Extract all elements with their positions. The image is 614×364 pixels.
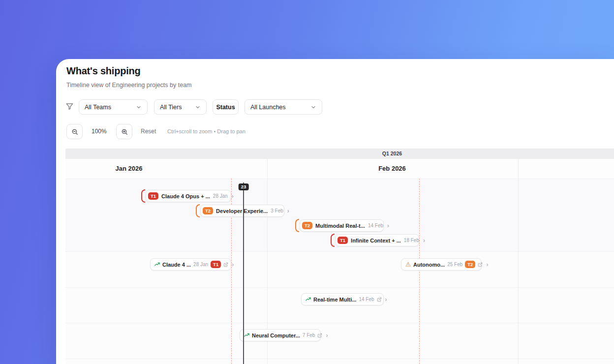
chevron-right-icon: ›	[486, 262, 488, 268]
bar-start-bracket	[295, 219, 299, 232]
zoom-level: 100%	[92, 128, 107, 135]
chevron-down-icon	[195, 104, 201, 110]
row-divider	[65, 179, 614, 179]
trending-up-icon	[244, 333, 249, 338]
chevron-right-icon: ›	[232, 193, 234, 199]
external-link-icon[interactable]	[377, 297, 382, 302]
row-divider	[65, 323, 614, 323]
whats-shipping-panel: What's shipping Timeline view of Enginee…	[56, 59, 614, 364]
row-divider	[65, 359, 614, 359]
milestone-date: 7 Feb	[303, 333, 315, 338]
warning-icon	[405, 262, 411, 267]
trending-up-icon	[306, 297, 311, 302]
external-link-icon[interactable]	[223, 262, 228, 267]
zoom-out-button[interactable]	[66, 124, 83, 139]
milestone-date: 14 Feb	[359, 297, 374, 302]
project-title: Multimodal Real-t...	[315, 223, 365, 229]
project-title: Developer Experie...	[216, 208, 268, 214]
teams-filter-value: All Teams	[85, 104, 111, 111]
chevron-right-icon: ›	[287, 208, 289, 214]
zoom-in-button[interactable]	[116, 124, 132, 139]
month-boundary-gridline	[518, 179, 519, 364]
milestone-title: Claude 4 ...	[162, 262, 191, 268]
bar-start-bracket	[196, 204, 200, 217]
tier-badge: T2	[203, 207, 213, 214]
chevron-right-icon: ›	[326, 333, 328, 338]
external-link-icon	[317, 333, 322, 338]
project-bar[interactable]: T2Developer Experie...3 Feb›	[200, 205, 284, 217]
chevron-right-icon: ›	[423, 238, 425, 243]
tier-badge: T2	[465, 261, 475, 268]
tiers-filter-dropdown[interactable]: All Tiers	[154, 99, 207, 115]
project-bar[interactable]: T1Claude 4 Opus + ...28 Jan›	[146, 190, 231, 202]
trending-up-icon	[154, 262, 160, 267]
quarter-label: Q1 2026	[382, 151, 402, 156]
project-bar[interactable]: T1Infinite Context + ...18 Feb›	[335, 234, 419, 246]
trending-up-icon	[306, 297, 311, 302]
warning-icon	[405, 262, 411, 267]
month-label: Feb 2026	[378, 165, 406, 172]
chevron-right-icon: ›	[385, 297, 387, 303]
milestone-title: Real-time Multi...	[313, 297, 356, 303]
zoom-out-icon	[71, 128, 78, 135]
timeline-grid[interactable]: T1Claude 4 Opus + ...28 Jan›T2Developer …	[65, 179, 614, 364]
milestone-pill[interactable]: Claude 4 ...28 JanT1›	[150, 258, 231, 271]
tier-badge: T1	[338, 237, 348, 244]
funnel-filter-icon	[66, 103, 73, 110]
milestone-pill[interactable]: Neural Computer...7 Feb›	[240, 329, 321, 341]
project-title: Claude 4 Opus + ...	[161, 193, 210, 199]
month-boundary-gridline	[518, 159, 519, 179]
row-divider	[65, 251, 614, 252]
month-label: Jan 2026	[116, 165, 143, 172]
quarter-header: Q1 2026	[65, 149, 614, 159]
project-date: 18 Feb	[404, 238, 419, 243]
project-bar[interactable]: T2Multimodal Real-t...14 Feb›	[300, 219, 384, 232]
trending-up-icon	[154, 262, 160, 267]
tiers-filter-value: All Tiers	[160, 104, 182, 111]
chevron-right-icon: ›	[232, 262, 234, 268]
milestone-title: Neural Computer...	[252, 333, 300, 338]
row-divider	[65, 287, 614, 288]
external-link-icon[interactable]	[478, 262, 483, 267]
milestone-date: 25 Feb	[447, 262, 462, 267]
reset-zoom-button[interactable]: Reset	[141, 128, 156, 135]
month-header-row: Jan 2026Feb 2026	[65, 159, 614, 179]
zoom-pan-hint: Ctrl+scroll to zoom • Drag to pan	[167, 128, 246, 134]
project-date: 28 Jan	[213, 193, 228, 199]
deadline-dashed-line	[419, 179, 420, 364]
chevron-down-icon	[136, 104, 142, 110]
milestone-pill[interactable]: Real-time Multi...14 Feb›	[301, 293, 384, 305]
external-link-icon[interactable]	[317, 333, 322, 338]
launches-filter-dropdown[interactable]: All Launches	[245, 99, 322, 115]
tier-badge: T1	[211, 261, 221, 268]
external-link-icon	[377, 297, 382, 302]
milestone-date: 28 Jan	[193, 262, 208, 267]
bar-start-bracket	[141, 189, 145, 203]
tier-badge: T2	[302, 222, 312, 229]
page-subtitle: Timeline view of Engineering projects by…	[66, 82, 192, 89]
page-title: What's shipping	[66, 65, 141, 77]
today-line	[243, 182, 244, 364]
zoom-in-icon	[121, 128, 128, 135]
external-link-icon	[223, 262, 228, 267]
trending-up-icon	[244, 333, 249, 338]
tier-badge: T1	[148, 192, 158, 200]
chevron-right-icon: ›	[387, 223, 389, 229]
project-date: 14 Feb	[368, 223, 383, 228]
external-link-icon	[478, 262, 483, 267]
milestone-pill[interactable]: Autonomo...25 FebT2›	[401, 258, 482, 271]
today-date-badge: 23	[239, 183, 249, 190]
app-background: What's shipping Timeline view of Enginee…	[0, 0, 614, 364]
launches-filter-value: All Launches	[250, 104, 286, 111]
project-title: Infinite Context + ...	[351, 238, 401, 243]
chevron-down-icon	[310, 104, 316, 110]
milestone-title: Autonomo...	[413, 262, 445, 268]
status-filter-button[interactable]: Status	[213, 99, 239, 115]
teams-filter-dropdown[interactable]: All Teams	[79, 99, 148, 115]
bar-start-bracket	[331, 234, 335, 247]
month-boundary-gridline	[267, 159, 268, 179]
project-date: 3 Feb	[271, 208, 283, 213]
